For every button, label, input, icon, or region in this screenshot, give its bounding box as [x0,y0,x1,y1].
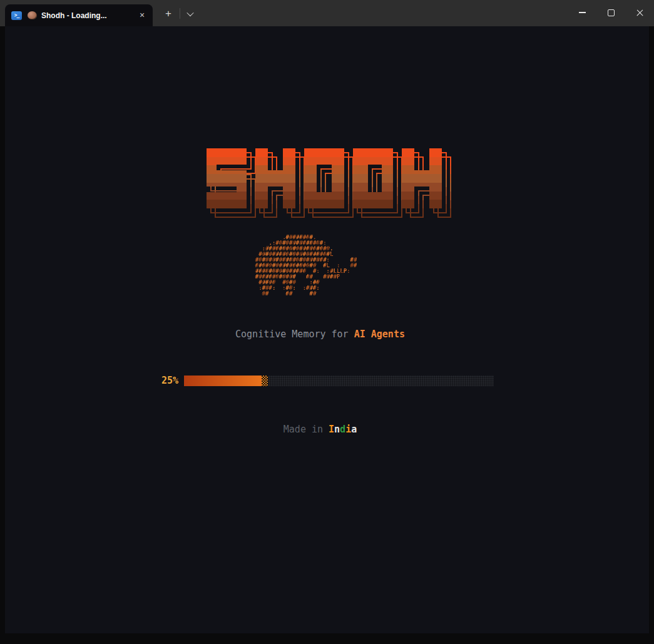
window-controls [568,0,654,26]
tab-title: Shodh - Loading... [41,11,134,20]
terminal-screen[interactable]: SHODH [5,26,649,633]
close-icon [636,9,644,17]
india-letter: n [334,424,340,435]
minimize-icon [579,12,586,13]
chevron-down-icon [186,9,193,16]
tagline-highlight: AI Agents [354,329,405,340]
shodh-ascii-logo: SHODH [207,148,452,218]
footer-prefix: Made in [284,424,329,435]
tab-dropdown-button[interactable] [182,6,198,22]
progress-bar-dither-edge [262,376,268,386]
powershell-icon: >_ [11,11,22,20]
minimize-button[interactable] [568,0,596,25]
progress-bar-track [184,376,494,386]
maximize-icon [608,9,615,16]
tabbar-divider [180,8,180,19]
loading-progress: 25% [161,376,494,386]
elephant-ascii-art: .########. .:##############: :##########… [248,235,357,297]
close-button[interactable] [625,0,654,25]
shodh-logo-svg [207,148,452,218]
brain-emoji-icon [28,11,37,19]
maximize-button[interactable] [596,0,625,25]
india-label: India [329,424,357,435]
footer: Made in India [5,424,635,435]
tab-close-icon[interactable]: × [136,10,148,21]
tagline: Cognitive Memory for AI Agents [5,329,635,340]
terminal-tab[interactable]: >_ Shodh - Loading... × [5,4,153,26]
india-letter: I [329,424,334,435]
app-window: { "window": { "title_bar": { "tab_title"… [0,0,654,644]
india-letter: a [351,424,357,435]
india-letter: i [345,424,351,435]
progress-percent-label: 25% [161,376,178,386]
new-tab-button[interactable]: + [159,6,178,22]
title-bar: >_ Shodh - Loading... × + [0,0,654,26]
tagline-prefix: Cognitive Memory for [235,329,354,340]
progress-bar-fill [184,376,262,386]
india-letter: d [340,424,345,435]
